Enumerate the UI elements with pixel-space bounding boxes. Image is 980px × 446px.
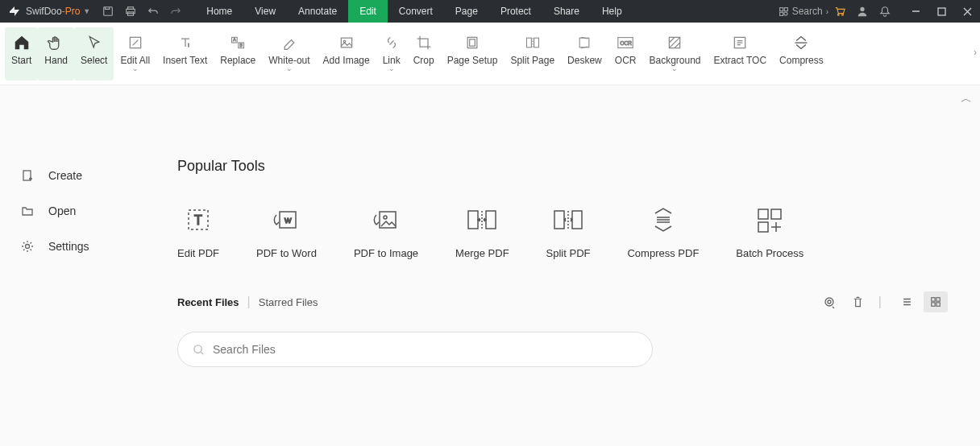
search-files-input[interactable] xyxy=(213,343,637,356)
menu-view[interactable]: View xyxy=(243,0,287,23)
sidebar-item-create[interactable]: Create xyxy=(19,158,177,193)
tool-extract-toc[interactable]: Extract TOC xyxy=(708,27,774,81)
tool-ocr[interactable]: OCR OCR xyxy=(608,27,643,81)
menu-home[interactable]: Home xyxy=(195,0,243,23)
tool-crop[interactable]: Crop xyxy=(407,27,441,81)
edit-pdf-icon: T xyxy=(184,204,213,236)
dropdown-icon: ⌄ xyxy=(671,64,678,72)
user-icon[interactable] xyxy=(851,0,874,23)
global-search[interactable]: Search › xyxy=(779,6,828,17)
ptool-merge-pdf[interactable]: Merge PDF xyxy=(455,204,509,259)
ptool-split-pdf[interactable]: Split PDF xyxy=(546,204,591,259)
svg-rect-40 xyxy=(554,211,564,229)
tool-background[interactable]: Background ⌄ xyxy=(642,27,707,81)
menu-edit[interactable]: Edit xyxy=(348,0,388,23)
list-view-icon[interactable] xyxy=(895,291,919,312)
tool-whiteout[interactable]: White-out ⌄ xyxy=(262,27,316,81)
menu-protect[interactable]: Protect xyxy=(489,0,542,23)
svg-rect-39 xyxy=(486,211,496,229)
tool-split-page[interactable]: Split Page xyxy=(504,27,561,81)
tool-replace[interactable]: AB Replace xyxy=(214,27,262,81)
sidebar: Create Open Settings xyxy=(0,85,177,446)
history-icon[interactable] xyxy=(817,291,841,312)
ptool-compress-pdf[interactable]: Compress PDF xyxy=(627,204,699,259)
background-icon xyxy=(666,31,683,55)
split-page-icon xyxy=(524,31,542,55)
merge-icon xyxy=(466,204,498,236)
svg-rect-42 xyxy=(758,209,768,219)
svg-rect-41 xyxy=(572,211,582,229)
link-icon xyxy=(384,31,400,55)
svg-point-8 xyxy=(837,14,839,16)
menu-share[interactable]: Share xyxy=(542,0,591,23)
tab-starred-files[interactable]: Starred Files xyxy=(259,296,318,308)
menu-help[interactable]: Help xyxy=(591,0,633,23)
svg-point-9 xyxy=(842,14,844,16)
tool-insert-text[interactable]: I Insert Text xyxy=(156,27,214,81)
deskew-icon xyxy=(576,31,592,55)
svg-point-37 xyxy=(384,216,387,219)
svg-rect-38 xyxy=(468,211,478,229)
trash-icon[interactable] xyxy=(846,291,870,312)
tool-page-setup[interactable]: Page Setup xyxy=(441,27,505,81)
gear-icon xyxy=(19,240,35,253)
tool-compress[interactable]: Compress xyxy=(773,27,830,81)
hand-icon xyxy=(48,31,65,55)
crop-icon xyxy=(416,31,432,55)
ribbon-overflow-icon[interactable]: › xyxy=(974,47,977,58)
redo-icon[interactable] xyxy=(164,0,187,23)
save-icon[interactable] xyxy=(97,0,119,23)
cursor-icon xyxy=(86,31,102,55)
minimize-button[interactable] xyxy=(903,0,928,23)
folder-icon xyxy=(19,204,35,217)
ocr-icon: OCR xyxy=(617,31,634,55)
svg-text:T: T xyxy=(194,213,202,227)
files-header: Recent Files | Starred Files | xyxy=(177,291,948,312)
create-icon xyxy=(19,169,35,182)
print-icon[interactable] xyxy=(119,0,142,23)
tool-edit-all[interactable]: Edit All ⌄ xyxy=(114,27,156,81)
ptool-pdf-to-word[interactable]: W PDF to Word xyxy=(256,204,317,259)
compress-icon xyxy=(793,31,809,55)
svg-point-51 xyxy=(194,345,201,352)
bell-icon[interactable] xyxy=(874,0,896,23)
svg-rect-47 xyxy=(932,298,935,301)
ptool-edit-pdf[interactable]: T Edit PDF xyxy=(177,204,219,259)
tool-start[interactable]: Start xyxy=(5,27,38,81)
title-bar: SwifDoo-Pro ▼ Home View Annotate Edit Co… xyxy=(0,0,980,23)
popular-tools-heading: Popular Tools xyxy=(177,158,948,175)
tool-hand[interactable]: Hand xyxy=(38,27,74,81)
menu-annotate[interactable]: Annotate xyxy=(287,0,348,23)
tool-add-image[interactable]: Add Image xyxy=(317,27,376,81)
tool-deskew[interactable]: Deskew xyxy=(561,27,608,81)
sidebar-item-open[interactable]: Open xyxy=(19,193,177,229)
svg-rect-4 xyxy=(779,7,783,10)
sidebar-item-settings[interactable]: Settings xyxy=(19,229,177,264)
undo-icon[interactable] xyxy=(142,0,164,23)
menu-page[interactable]: Page xyxy=(444,0,489,23)
insert-text-icon: I xyxy=(177,31,193,55)
search-files-box[interactable] xyxy=(177,332,653,367)
app-name-dropdown-icon[interactable]: ▼ xyxy=(83,7,90,15)
tool-select[interactable]: Select xyxy=(74,27,114,81)
svg-rect-23 xyxy=(526,38,531,47)
ribbon-toolbar: Start Hand Select Edit All ⌄ I Insert Te… xyxy=(0,23,980,85)
svg-rect-5 xyxy=(784,7,787,10)
app-name: SwifDoo-Pro xyxy=(26,6,80,17)
svg-point-45 xyxy=(825,298,833,306)
batch-icon xyxy=(755,204,784,236)
image-icon xyxy=(338,31,355,55)
maximize-button[interactable] xyxy=(928,0,954,23)
ptool-batch-process[interactable]: Batch Process xyxy=(736,204,804,259)
menu-convert[interactable]: Convert xyxy=(388,0,444,23)
grid-view-icon[interactable] xyxy=(924,291,948,312)
collapse-ribbon-icon[interactable]: ︿ xyxy=(961,92,972,106)
ptool-pdf-to-image[interactable]: PDF to Image xyxy=(354,204,418,259)
dropdown-icon: ⌄ xyxy=(132,64,139,72)
svg-rect-25 xyxy=(580,38,590,47)
svg-text:W: W xyxy=(284,217,292,225)
tool-link[interactable]: Link ⌄ xyxy=(376,27,407,81)
cart-icon[interactable] xyxy=(828,0,851,23)
tab-recent-files[interactable]: Recent Files xyxy=(177,296,239,308)
close-button[interactable] xyxy=(954,0,980,23)
